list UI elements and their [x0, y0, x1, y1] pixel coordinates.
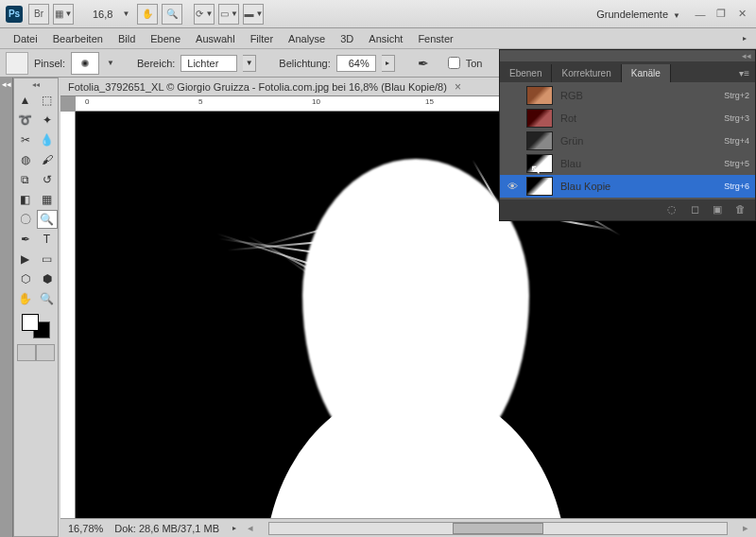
channels-panel: ◂◂ Ebenen Korrekturen Kanäle ▾≡ RGBStrg+… — [499, 49, 756, 221]
move-tool[interactable]: ▲ — [15, 91, 36, 110]
save-selection-icon[interactable]: ◻ — [687, 203, 702, 217]
hand-tool[interactable]: ✋ — [15, 289, 36, 308]
quick-mask-toggle[interactable] — [17, 344, 55, 361]
doc-size-status[interactable]: Dok: 28,6 MB/37,1 MB — [114, 523, 219, 534]
exposure-label: Belichtung: — [279, 58, 330, 69]
visibility-toggle[interactable] — [506, 157, 519, 170]
panel-menu-icon[interactable]: ▾≡ — [733, 64, 755, 82]
channel-blau[interactable]: BlauStrg+5 — [500, 152, 755, 175]
visibility-toggle[interactable] — [506, 134, 519, 147]
visibility-toggle[interactable] — [506, 112, 519, 125]
panel-tabs: Ebenen Korrekturen Kanäle ▾≡ — [500, 61, 755, 82]
close-tab-icon[interactable]: × — [455, 80, 461, 94]
protect-label: Ton — [466, 58, 483, 69]
new-channel-icon[interactable]: ▣ — [710, 203, 725, 217]
lasso-tool[interactable]: ➰ — [15, 111, 36, 130]
menu-analyse[interactable]: Analyse — [281, 30, 333, 47]
menu-bearbeiten[interactable]: Bearbeiten — [45, 30, 111, 47]
horizontal-scrollbar[interactable] — [268, 522, 728, 535]
tab-ebenen[interactable]: Ebenen — [500, 64, 552, 82]
3d-tool[interactable]: ⬡ — [15, 269, 36, 288]
dodge-tool[interactable]: 🔍 — [37, 210, 58, 229]
restore-button[interactable]: ❐ — [713, 7, 730, 22]
app-logo-icon: Ps — [6, 6, 23, 23]
screen-mode-icon[interactable]: ▬▼ — [243, 4, 264, 25]
menu-bar: Datei Bearbeiten Bild Ebene Auswahl Filt… — [0, 28, 756, 49]
menu-3d[interactable]: 3D — [333, 30, 361, 47]
zoom-tool2[interactable]: 🔍 — [37, 289, 58, 308]
collapsed-panel-strip[interactable]: ◂◂ — [0, 78, 13, 537]
brush-label: Pinsel: — [34, 58, 65, 69]
color-swatches[interactable] — [22, 314, 50, 338]
arrange-icon[interactable]: ▭▼ — [218, 4, 239, 25]
history-brush-tool[interactable]: ↺ — [37, 170, 58, 189]
menu-fenster[interactable]: Fenster — [410, 30, 460, 47]
visibility-toggle[interactable] — [506, 89, 519, 102]
stamp-tool[interactable]: ⧉ — [15, 170, 36, 189]
menu-datei[interactable]: Datei — [6, 30, 45, 47]
channel-blau-kopie[interactable]: 👁Blau KopieStrg+6 — [500, 175, 755, 198]
panel-footer: ◌ ◻ ▣ 🗑 — [500, 199, 755, 220]
wand-tool[interactable]: ✦ — [37, 111, 58, 130]
tab-korrekturen[interactable]: Korrekturen — [552, 64, 621, 82]
path-select-tool[interactable]: ▶ — [15, 250, 36, 268]
menu-bild[interactable]: Bild — [111, 30, 143, 47]
current-tool-icon[interactable] — [6, 52, 28, 75]
channel-gruen[interactable]: GrünStrg+4 — [500, 130, 755, 152]
brush-tool[interactable]: 🖌 — [37, 150, 58, 169]
zoom-tool-icon[interactable]: 🔍 — [162, 4, 182, 25]
menu-filter[interactable]: Filter — [243, 30, 281, 47]
type-tool[interactable]: T — [37, 230, 58, 249]
range-label: Bereich: — [137, 58, 175, 69]
brush-preview[interactable]: 258 — [71, 52, 99, 75]
panel-collapse-icon[interactable]: ◂◂ — [742, 51, 751, 61]
heal-tool[interactable]: ◍ — [15, 150, 36, 169]
menu-auswahl[interactable]: Auswahl — [188, 30, 243, 47]
zoom-status[interactable]: 16,78% — [68, 523, 103, 534]
status-bar: 16,78% Dok: 28,6 MB/37,1 MB▸ ◂ ▸ — [60, 518, 756, 537]
zoom-display[interactable]: 16,8 — [93, 9, 112, 20]
crop-tool[interactable]: ✂ — [15, 130, 36, 149]
workspace-selector[interactable]: Grundelemente ▼ — [589, 7, 688, 22]
blur-tool[interactable]: 〇 — [15, 210, 36, 229]
pen-tool[interactable]: ✒ — [15, 230, 36, 249]
eraser-tool[interactable]: ◧ — [15, 190, 36, 209]
load-selection-icon[interactable]: ◌ — [664, 203, 679, 217]
exposure-field[interactable]: 64% — [336, 55, 376, 72]
3d-camera-tool[interactable]: ⬢ — [37, 269, 58, 288]
bridge-icon[interactable]: Br — [28, 4, 49, 25]
channel-rgb[interactable]: RGBStrg+2 — [500, 84, 755, 107]
airbrush-icon[interactable]: ✒ — [418, 56, 429, 71]
menu-ansicht[interactable]: Ansicht — [361, 30, 410, 47]
range-select[interactable]: Lichter — [180, 55, 237, 72]
close-button[interactable]: ✕ — [733, 7, 750, 22]
tab-kanaele[interactable]: Kanäle — [622, 64, 671, 82]
menu-overflow-icon[interactable]: ▸ — [743, 34, 747, 43]
delete-channel-icon[interactable]: 🗑 — [732, 203, 747, 217]
channel-rot[interactable]: RotStrg+3 — [500, 107, 755, 130]
channel-list: RGBStrg+2 RotStrg+3 GrünStrg+4 BlauStrg+… — [500, 82, 755, 199]
rotate-view-icon[interactable]: ⟳▼ — [194, 4, 215, 25]
titlebar: Ps Br ▦▼ 16,8▼ ✋ 🔍 ⟳▼ ▭▼ ▬▼ Grundelement… — [0, 0, 756, 28]
visibility-toggle[interactable]: 👁 — [506, 180, 519, 193]
eyedropper-tool[interactable]: 💧 — [37, 130, 58, 149]
minibridge-icon[interactable]: ▦▼ — [53, 4, 74, 25]
minimize-button[interactable]: — — [692, 7, 709, 22]
menu-ebene[interactable]: Ebene — [143, 30, 188, 47]
protect-tones-checkbox[interactable] — [448, 57, 460, 69]
toolbox: ◂◂ ▲⬚ ➰✦ ✂💧 ◍🖌 ⧉↺ ◧▦ 〇🔍 ✒T ▶▭ ⬡⬢ ✋🔍 — [13, 78, 59, 537]
marquee-tool[interactable]: ⬚ — [37, 91, 58, 110]
ruler-vertical — [60, 112, 76, 518]
shape-tool[interactable]: ▭ — [37, 250, 58, 268]
hand-tool-icon[interactable]: ✋ — [137, 4, 158, 25]
gradient-tool[interactable]: ▦ — [37, 190, 58, 209]
